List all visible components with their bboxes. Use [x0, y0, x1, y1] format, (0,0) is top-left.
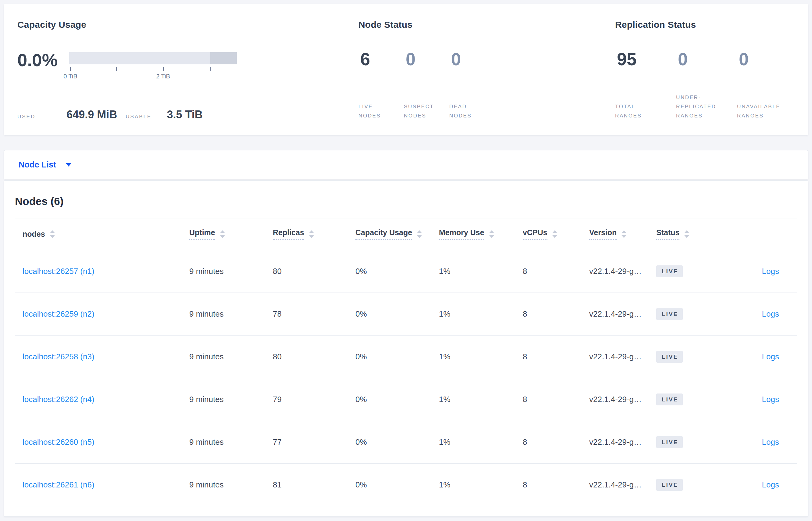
- table-row: localhost:26262 (n4) 9 minutes 79 0% 1% …: [15, 378, 797, 421]
- node-link[interactable]: localhost:26259 (n2): [23, 309, 95, 318]
- capacity-usage-summary: USED 649.9 MiB USABLE 3.5 TiB: [17, 108, 347, 135]
- nodes-table-heading: Nodes (6): [4, 195, 808, 207]
- unavailable-ranges-stat: 0 UNAVAILABLE RANGES: [737, 50, 798, 135]
- replication-stats: 95 TOTAL RANGES 0 UNDER-REPLICATED RANGE…: [615, 50, 810, 135]
- node-link[interactable]: localhost:26260 (n5): [23, 437, 95, 447]
- logs-link[interactable]: Logs: [762, 480, 779, 489]
- capacity-cell: 0%: [355, 352, 439, 361]
- column-header-replicas[interactable]: Replicas: [273, 228, 355, 240]
- vcpus-cell: 8: [523, 395, 589, 404]
- column-header-label: nodes: [23, 230, 45, 239]
- sort-icon: [309, 230, 314, 238]
- uptime-cell: 9 minutes: [189, 352, 273, 361]
- replicas-cell: 78: [273, 309, 355, 319]
- replicas-cell: 77: [273, 437, 355, 447]
- cluster-overview-page: Capacity Usage 0.0% 0 TiB 2 TiB: [0, 0, 812, 521]
- axis-tick-label: 0 TiB: [64, 73, 77, 80]
- replicas-cell: 80: [273, 352, 355, 361]
- status-badge: LIVE: [656, 393, 683, 405]
- vcpus-cell: 8: [523, 267, 589, 276]
- logs-cell: Logs: [723, 437, 797, 447]
- memory-cell: 1%: [439, 309, 523, 319]
- column-header-nodes[interactable]: nodes: [15, 230, 189, 239]
- status-cell: LIVE: [656, 308, 723, 320]
- replication-status-section: Replication Status 95 TOTAL RANGES 0 UND…: [615, 4, 810, 135]
- version-cell: v22.1.4-29-g…: [589, 352, 656, 361]
- column-header-vcpus[interactable]: vCPUs: [523, 228, 589, 240]
- logs-link[interactable]: Logs: [762, 395, 779, 404]
- axis-tick: [116, 67, 117, 71]
- replicas-cell: 81: [273, 480, 355, 490]
- logs-cell: Logs: [723, 395, 797, 404]
- capacity-cell: 0%: [355, 309, 439, 319]
- vcpus-cell: 8: [523, 480, 589, 490]
- logs-cell: Logs: [723, 480, 797, 490]
- logs-cell: Logs: [723, 352, 797, 361]
- node-cell: localhost:26262 (n4): [15, 395, 189, 404]
- axis-tick: [210, 67, 211, 71]
- live-nodes-label: LIVE NODES: [358, 102, 389, 135]
- sort-icon: [417, 230, 422, 238]
- table-row: localhost:26258 (n3) 9 minutes 80 0% 1% …: [15, 336, 797, 378]
- logs-link[interactable]: Logs: [762, 437, 779, 447]
- status-badge: LIVE: [656, 351, 683, 363]
- dead-nodes-count: 0: [449, 50, 495, 69]
- node-list-dropdown[interactable]: Node List: [19, 160, 71, 169]
- node-link[interactable]: localhost:26262 (n4): [23, 395, 95, 404]
- logs-link[interactable]: Logs: [762, 309, 779, 318]
- axis-tick: [163, 67, 164, 71]
- uptime-cell: 9 minutes: [189, 395, 273, 404]
- column-header-label: Uptime: [189, 228, 215, 240]
- column-header-uptime[interactable]: Uptime: [189, 228, 273, 240]
- uptime-cell: 9 minutes: [189, 480, 273, 490]
- view-selector-card: Node List: [4, 150, 808, 179]
- nodes-table-card: Nodes (6) nodes Uptime Replicas Capacity…: [4, 180, 808, 517]
- logs-cell: Logs: [723, 309, 797, 319]
- under-replicated-ranges-label: UNDER-REPLICATED RANGES: [676, 93, 722, 135]
- node-cell: localhost:26261 (n6): [15, 480, 189, 490]
- used-label: USED: [17, 114, 35, 120]
- replicas-cell: 80: [273, 267, 355, 276]
- node-status-section: Node Status 6 LIVE NODES 0 SUSPECT NODES…: [358, 4, 602, 135]
- capacity-bar-chart: 0 TiB 2 TiB: [69, 52, 237, 82]
- under-replicated-ranges-count: 0: [676, 50, 737, 69]
- column-header-label: Memory Use: [439, 228, 484, 240]
- total-ranges-count: 95: [615, 50, 676, 69]
- suspect-nodes-stat: 0 SUSPECT NODES: [404, 50, 449, 135]
- memory-cell: 1%: [439, 352, 523, 361]
- replication-status-title: Replication Status: [615, 19, 810, 30]
- version-cell: v22.1.4-29-g…: [589, 395, 656, 404]
- capacity-bar-reserved-segment: [210, 52, 237, 64]
- logs-link[interactable]: Logs: [762, 267, 779, 276]
- column-header-label: Replicas: [273, 228, 304, 240]
- status-badge: LIVE: [656, 479, 683, 491]
- capacity-bar-track: [69, 52, 237, 64]
- unavailable-ranges-label: UNAVAILABLE RANGES: [737, 102, 783, 135]
- status-badge: LIVE: [656, 436, 683, 448]
- column-header-status[interactable]: Status: [656, 228, 723, 240]
- uptime-cell: 9 minutes: [189, 437, 273, 447]
- used-value: 649.9 MiB: [67, 108, 117, 121]
- uptime-cell: 9 minutes: [189, 309, 273, 319]
- version-cell: v22.1.4-29-g…: [589, 437, 656, 447]
- axis-tick: [70, 67, 71, 71]
- status-cell: LIVE: [656, 351, 723, 363]
- total-ranges-stat: 95 TOTAL RANGES: [615, 50, 676, 135]
- memory-cell: 1%: [439, 437, 523, 447]
- dead-nodes-stat: 0 DEAD NODES: [449, 50, 495, 135]
- unavailable-ranges-count: 0: [737, 50, 798, 69]
- axis-tick-label: 2 TiB: [156, 73, 170, 80]
- column-header-version[interactable]: Version: [589, 228, 656, 240]
- node-cell: localhost:26259 (n2): [15, 309, 189, 319]
- node-link[interactable]: localhost:26258 (n3): [23, 352, 95, 361]
- node-link[interactable]: localhost:26257 (n1): [23, 267, 95, 276]
- capacity-cell: 0%: [355, 480, 439, 490]
- sort-icon: [220, 230, 225, 238]
- logs-link[interactable]: Logs: [762, 352, 779, 361]
- status-cell: LIVE: [656, 393, 723, 405]
- column-header-memory-use[interactable]: Memory Use: [439, 228, 523, 240]
- status-cell: LIVE: [656, 436, 723, 448]
- node-link[interactable]: localhost:26261 (n6): [23, 480, 95, 489]
- memory-cell: 1%: [439, 395, 523, 404]
- column-header-capacity-usage[interactable]: Capacity Usage: [355, 228, 439, 240]
